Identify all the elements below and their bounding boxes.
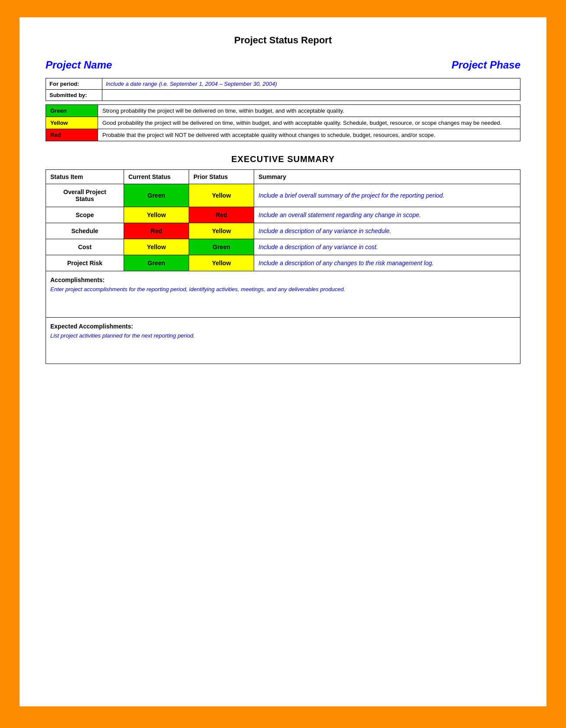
legend-yellow-status: Yellow (46, 117, 98, 129)
summary-table: Status Item Current Status Prior Status … (46, 169, 520, 271)
legend-green-desc: Strong probability the project will be d… (98, 105, 520, 117)
legend-table: Green Strong probability the project wil… (46, 104, 520, 141)
table-row: Overall ProjectStatus Green Yellow Inclu… (46, 184, 520, 207)
col-summary: Summary (254, 170, 520, 184)
page-container: Project Status Report Project Name Proje… (20, 17, 546, 706)
project-header: Project Name Project Phase (46, 59, 520, 71)
col-prior-status: Prior Status (189, 170, 254, 184)
legend-green-status: Green (46, 105, 98, 117)
row-label-scope: Scope (46, 207, 124, 223)
row-label-risk: Project Risk (46, 255, 124, 271)
col-current-status: Current Status (124, 170, 189, 184)
prior-status-risk: Yellow (189, 255, 254, 271)
legend-red-status: Red (46, 129, 98, 141)
current-status-scope: Yellow (124, 207, 189, 223)
period-value[interactable]: Include a date range (i.e. September 1, … (102, 78, 520, 90)
summary-cost[interactable]: Include a description of any variance in… (254, 239, 520, 255)
expected-title: Expected Accomplishments: (50, 323, 516, 330)
period-label: For period: (46, 78, 102, 90)
table-row: Project Risk Green Yellow Include a desc… (46, 255, 520, 271)
prior-status-schedule: Yellow (189, 223, 254, 239)
summary-scope[interactable]: Include an overall statement regarding a… (254, 207, 520, 223)
prior-status-overall: Yellow (189, 184, 254, 207)
main-title: Project Status Report (46, 35, 520, 46)
legend-yellow-row: Yellow Good probability the project will… (46, 117, 520, 129)
row-label-schedule: Schedule (46, 223, 124, 239)
submitted-row: Submitted by: (46, 90, 520, 101)
current-status-risk: Green (124, 255, 189, 271)
summary-header-row: Status Item Current Status Prior Status … (46, 170, 520, 184)
accomplishments-title: Accomplishments: (50, 276, 516, 283)
legend-red-desc: Probable that the project will NOT be de… (98, 129, 520, 141)
info-table: For period: Include a date range (i.e. S… (46, 78, 520, 101)
summary-schedule[interactable]: Include a description of any variance in… (254, 223, 520, 239)
project-phase-label: Project Phase (451, 59, 520, 71)
row-label-cost: Cost (46, 239, 124, 255)
legend-red-row: Red Probable that the project will NOT b… (46, 129, 520, 141)
accomplishments-text[interactable]: Enter project accomplishments for the re… (50, 286, 516, 312)
accomplishments-section: Accomplishments: Enter project accomplis… (46, 271, 520, 318)
period-row: For period: Include a date range (i.e. S… (46, 78, 520, 90)
row-label-overall: Overall ProjectStatus (46, 184, 124, 207)
summary-overall[interactable]: Include a brief overall summary of the p… (254, 184, 520, 207)
submitted-value[interactable] (102, 90, 520, 101)
col-status-item: Status Item (46, 170, 124, 184)
table-row: Schedule Red Yellow Include a descriptio… (46, 223, 520, 239)
expected-text[interactable]: List project activities planned for the … (50, 332, 516, 358)
current-status-cost: Yellow (124, 239, 189, 255)
table-row: Cost Yellow Green Include a description … (46, 239, 520, 255)
prior-status-cost: Green (189, 239, 254, 255)
current-status-overall: Green (124, 184, 189, 207)
submitted-label: Submitted by: (46, 90, 102, 101)
current-status-schedule: Red (124, 223, 189, 239)
legend-green-row: Green Strong probability the project wil… (46, 105, 520, 117)
summary-risk[interactable]: Include a description of any changes to … (254, 255, 520, 271)
legend-yellow-desc: Good probability the project will be del… (98, 117, 520, 129)
table-row: Scope Yellow Red Include an overall stat… (46, 207, 520, 223)
exec-summary-title: EXECUTIVE SUMMARY (46, 154, 520, 164)
expected-section: Expected Accomplishments: List project a… (46, 318, 520, 364)
prior-status-scope: Red (189, 207, 254, 223)
project-name-label: Project Name (46, 59, 112, 71)
